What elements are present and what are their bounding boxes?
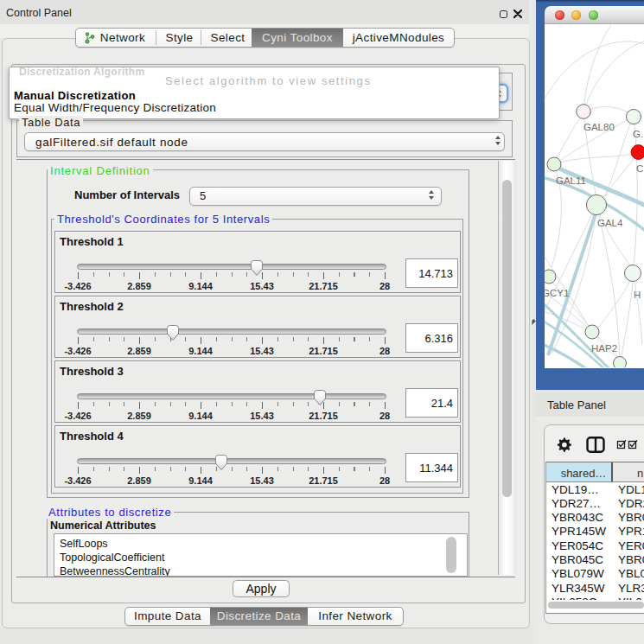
svg-text:HAP2: HAP2 [591,343,617,354]
svg-text:GAL11: GAL11 [556,175,586,186]
svg-text:G.: G. [633,129,643,139]
svg-text:C: C [636,163,643,174]
svg-text:GCY1: GCY1 [545,288,569,298]
svg-text:GAL80: GAL80 [583,122,615,132]
svg-text:H: H [634,290,641,300]
svg-text:GAL4: GAL4 [597,218,623,228]
